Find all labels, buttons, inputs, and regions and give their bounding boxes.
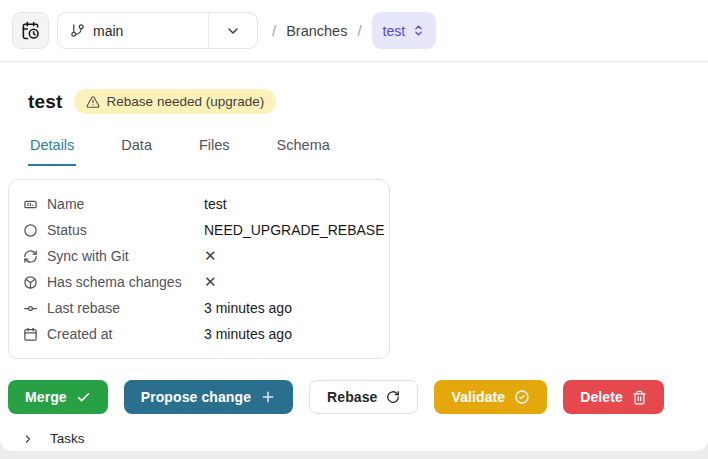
detail-row-created-at: Created at 3 minutes ago <box>9 321 389 347</box>
git-branch-icon <box>70 23 85 38</box>
detail-label: Created at <box>47 326 204 342</box>
page: main / Branches / test test <box>0 0 708 459</box>
shield-check-icon <box>514 389 530 405</box>
plus-icon <box>260 389 276 405</box>
propose-change-button[interactable]: Propose change <box>124 380 293 414</box>
detail-row-name: Name test <box>9 191 389 217</box>
warning-triangle-icon <box>86 95 100 109</box>
breadcrumb-separator: / <box>272 22 276 39</box>
detail-row-status: Status NEED_UPGRADE_REBASE <box>9 217 389 243</box>
current-branch-label: test <box>383 23 406 39</box>
detail-value: NEED_UPGRADE_REBASE <box>204 222 385 238</box>
trash-icon <box>632 390 647 405</box>
sync-icon <box>23 248 39 264</box>
tab-details[interactable]: Details <box>28 137 76 166</box>
refresh-icon <box>386 390 400 404</box>
details-card: Name test Status NEED_UPGRADE_REBASE Syn… <box>8 179 390 359</box>
detail-value: 3 minutes ago <box>204 326 292 342</box>
rebase-needed-badge: Rebase needed (upgrade) <box>74 89 277 114</box>
schema-sphere-icon <box>23 274 39 290</box>
chevrons-up-down-icon <box>412 24 425 37</box>
breadcrumb-current-branch-selector[interactable]: test <box>372 12 437 49</box>
detail-label: Sync with Git <box>47 248 204 264</box>
badge-label: Rebase needed (upgrade) <box>107 94 265 109</box>
tasks-label: Tasks <box>50 431 85 446</box>
branch-selector-value: main <box>93 23 123 39</box>
tab-bar: Details Data Files Schema <box>28 137 708 166</box>
branch-selector-dropdown[interactable]: main <box>57 12 258 49</box>
propose-change-label: Propose change <box>141 389 251 405</box>
detail-label: Name <box>47 196 204 212</box>
detail-row-last-rebase: Last rebase 3 minutes ago <box>9 295 389 321</box>
detail-label: Last rebase <box>47 300 204 316</box>
tab-data[interactable]: Data <box>119 137 154 166</box>
detail-row-sync-with-git: Sync with Git ✕ <box>9 243 389 269</box>
merge-button[interactable]: Merge <box>8 380 108 414</box>
detail-value: test <box>204 196 227 212</box>
history-calendar-button[interactable] <box>12 12 49 49</box>
calendar-icon <box>23 326 39 342</box>
detail-label: Status <box>47 222 204 238</box>
breadcrumb-branches[interactable]: Branches <box>286 23 347 39</box>
cross-mark: ✕ <box>204 273 217 291</box>
action-buttons: Merge Propose change Rebase <box>8 380 708 414</box>
detail-label: Has schema changes <box>47 274 204 290</box>
circle-icon <box>23 222 39 238</box>
delete-label: Delete <box>580 389 623 405</box>
id-card-icon <box>23 196 39 212</box>
delete-button[interactable]: Delete <box>563 380 664 414</box>
detail-value: 3 minutes ago <box>204 300 292 316</box>
chevron-right-icon <box>22 433 34 445</box>
detail-row-has-schema-changes: Has schema changes ✕ <box>9 269 389 295</box>
git-commit-icon <box>23 300 39 316</box>
page-title: test <box>28 91 63 113</box>
rebase-label: Rebase <box>327 389 377 405</box>
validate-label: Validate <box>451 389 505 405</box>
merge-label: Merge <box>25 389 67 405</box>
tab-schema[interactable]: Schema <box>275 137 332 166</box>
check-icon <box>76 390 91 405</box>
branch-details-panel: test Rebase needed (upgrade) Details Dat… <box>0 62 708 451</box>
chevron-down-icon <box>208 13 257 48</box>
topbar: main / Branches / test <box>0 0 708 62</box>
title-row: test Rebase needed (upgrade) <box>0 62 708 114</box>
validate-button[interactable]: Validate <box>434 380 547 414</box>
breadcrumb-separator: / <box>357 22 361 39</box>
tab-files[interactable]: Files <box>197 137 232 166</box>
tasks-toggle[interactable]: Tasks <box>22 431 708 446</box>
cross-mark: ✕ <box>204 247 217 265</box>
rebase-button[interactable]: Rebase <box>309 380 418 414</box>
calendar-clock-icon <box>21 21 40 40</box>
